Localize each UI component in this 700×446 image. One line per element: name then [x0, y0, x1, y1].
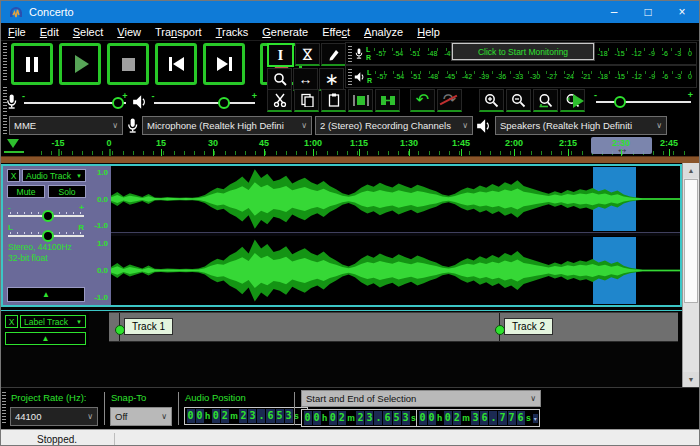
- multi-tool-button[interactable]: ∗: [319, 68, 344, 91]
- zoom-out-button[interactable]: [506, 89, 531, 112]
- time-format-chevron[interactable]: ▾: [533, 414, 538, 423]
- solo-button[interactable]: Solo: [48, 185, 86, 198]
- scroll-down-icon[interactable]: ▼: [683, 372, 699, 387]
- draw-tool-button[interactable]: [321, 43, 346, 66]
- playback-speed-slider-thumb[interactable]: [614, 96, 626, 108]
- timeline-ruler[interactable]: ↔ -1501530451:001:151:301:452:002:152:30…: [1, 137, 699, 163]
- waveform-channel-right[interactable]: [111, 236, 680, 305]
- envelope-tool-button[interactable]: ⋈: [295, 43, 320, 66]
- time-unit[interactable]: m: [229, 411, 239, 421]
- zoom-in-button[interactable]: [479, 89, 504, 112]
- selection-mode-dropdown[interactable]: Start and End of Selection ∨: [301, 390, 541, 407]
- time-digit[interactable]: 0: [304, 411, 312, 425]
- time-digit[interactable]: 6: [383, 411, 391, 425]
- menu-transport[interactable]: Transport: [148, 26, 209, 38]
- scroll-up-icon[interactable]: ▲: [683, 163, 699, 178]
- playback-volume-slider[interactable]: - +: [152, 94, 258, 110]
- playback-device-dropdown[interactable]: Speakers (Realtek High Definiti ∨: [495, 116, 667, 135]
- close-button[interactable]: ×: [665, 1, 699, 23]
- redo-button[interactable]: ↷: [437, 89, 462, 112]
- time-digit[interactable]: 0: [313, 411, 321, 425]
- time-digit[interactable]: 3: [365, 411, 373, 425]
- vertical-scale-ruler[interactable]: 1.00.0-1.01.00.0-1.0: [89, 166, 112, 305]
- time-unit[interactable]: h: [321, 413, 328, 423]
- menu-help[interactable]: Help: [410, 26, 447, 38]
- start-monitoring-button[interactable]: Click to Start Monitoring: [452, 43, 594, 60]
- undo-button[interactable]: ↶: [410, 89, 435, 112]
- time-digit[interactable]: 3: [402, 411, 410, 425]
- time-digit[interactable]: 6: [517, 411, 525, 425]
- recording-meter-toolbar[interactable]: LR -57-54-51-48-45-42-39-36-33-30-27-24-…: [345, 42, 697, 65]
- playback-speed-slider[interactable]: - +: [594, 93, 693, 109]
- selection-toolbar-grip[interactable]: [2, 392, 6, 424]
- fit-selection-button[interactable]: [533, 89, 558, 112]
- title-bar[interactable]: Concerto – □ ×: [1, 1, 699, 23]
- gain-slider-thumb[interactable]: [42, 210, 54, 222]
- timeshift-tool-button[interactable]: ↔: [293, 68, 318, 91]
- vertical-scrollbar-thumb[interactable]: [684, 179, 698, 303]
- mute-button[interactable]: Mute: [7, 185, 45, 198]
- skip-to-end-button[interactable]: [203, 43, 245, 85]
- time-digit[interactable]: 0: [428, 411, 436, 425]
- copy-button[interactable]: [294, 89, 319, 112]
- label-text[interactable]: Track 2: [504, 318, 553, 335]
- skip-to-start-button[interactable]: [155, 43, 197, 85]
- time-digit[interactable]: 7: [508, 411, 516, 425]
- silence-audio-button[interactable]: [375, 89, 400, 112]
- time-digit[interactable]: 2: [356, 411, 364, 425]
- label-text[interactable]: Track 1: [124, 318, 173, 335]
- recording-channels-dropdown[interactable]: 2 (Stereo) Recording Channels ∨: [315, 116, 473, 135]
- playback-volume-slider-track[interactable]: [154, 102, 256, 104]
- collapse-track-button[interactable]: ▲: [7, 287, 85, 302]
- pan-slider[interactable]: L R: [8, 226, 84, 242]
- trim-audio-button[interactable]: [348, 89, 373, 112]
- waveform-channel-left[interactable]: [111, 166, 680, 232]
- time-digit[interactable]: 0: [196, 409, 204, 423]
- menu-tracks[interactable]: Tracks: [209, 26, 256, 38]
- recording-meter-grip[interactable]: [348, 46, 352, 62]
- time-digit[interactable]: 3: [471, 411, 479, 425]
- menu-file[interactable]: File: [1, 26, 33, 38]
- snap-to-dropdown[interactable]: Off ∨: [110, 407, 172, 426]
- menu-select[interactable]: Select: [66, 26, 111, 38]
- time-unit[interactable]: m: [346, 413, 356, 423]
- audio-track[interactable]: X Audio Track ▼ Mute Solo - + L R: [1, 164, 682, 307]
- track-area[interactable]: X Audio Track ▼ Mute Solo - + L R: [1, 163, 699, 387]
- minimize-button[interactable]: –: [597, 1, 631, 23]
- menu-generate[interactable]: Generate: [255, 26, 315, 38]
- time-unit[interactable]: .: [374, 411, 382, 425]
- transport-grip[interactable]: [3, 43, 7, 81]
- playback-volume-slider-thumb[interactable]: [218, 97, 230, 109]
- zoom-tool-button[interactable]: [267, 68, 292, 91]
- paste-button[interactable]: [321, 89, 346, 112]
- time-digit[interactable]: 0: [419, 411, 427, 425]
- time-digit[interactable]: 0: [444, 411, 452, 425]
- time-unit[interactable]: s: [525, 413, 532, 423]
- time-digit[interactable]: 6: [266, 409, 274, 423]
- menu-effect[interactable]: Effect: [315, 26, 357, 38]
- time-digit[interactable]: 0: [187, 409, 195, 423]
- pan-slider-thumb[interactable]: [42, 230, 54, 242]
- playhead-pin-icon[interactable]: [7, 139, 19, 148]
- recording-volume-slider[interactable]: - +: [22, 94, 128, 110]
- recording-volume-slider-thumb[interactable]: [112, 97, 124, 109]
- time-digit[interactable]: 3: [248, 409, 256, 423]
- selection-end-field[interactable]: 00h02m36.776s▾: [416, 409, 540, 427]
- audio-track-close-button[interactable]: X: [7, 169, 20, 182]
- play-button[interactable]: [59, 43, 101, 85]
- time-unit[interactable]: m: [461, 413, 471, 423]
- time-digit[interactable]: 5: [276, 409, 284, 423]
- selection-start-field[interactable]: 00h02m23.653s▾: [301, 409, 425, 427]
- recording-device-dropdown[interactable]: Microphone (Realtek High Defini ∨: [142, 116, 312, 135]
- time-digit[interactable]: 2: [239, 409, 247, 423]
- label-track-menu-button[interactable]: Label Track ▼: [20, 315, 86, 328]
- pause-button[interactable]: [11, 43, 53, 85]
- time-digit[interactable]: 0: [329, 411, 337, 425]
- playback-meter-toolbar[interactable]: LR -57-54-51-48-45-42-39-36-33-30-27-24-…: [345, 65, 697, 88]
- time-digit[interactable]: 0: [212, 409, 220, 423]
- label-track-lane[interactable]: Track 1Track 2: [109, 312, 678, 342]
- audio-track-menu-button[interactable]: Audio Track ▼: [22, 169, 86, 182]
- audio-host-dropdown[interactable]: MME ∨: [9, 116, 123, 135]
- gain-slider[interactable]: - +: [8, 206, 84, 222]
- playback-meter-grip[interactable]: [348, 69, 352, 85]
